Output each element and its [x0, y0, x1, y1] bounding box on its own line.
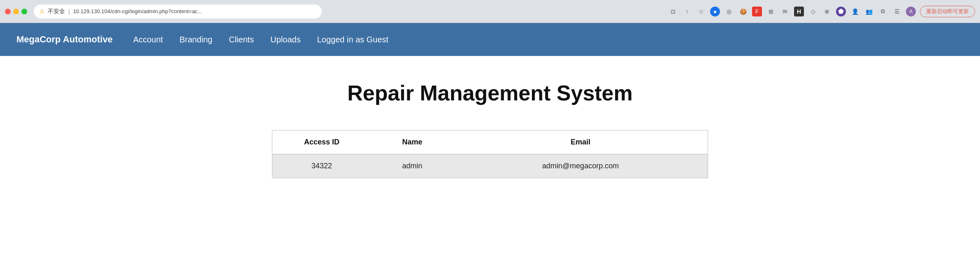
- page-title: Repair Management System: [16, 81, 964, 105]
- col-header-name: Name: [371, 130, 453, 154]
- close-button[interactable]: [5, 9, 11, 14]
- col-header-email: Email: [453, 130, 708, 154]
- url-text: 10.129.130.104/cdn-cgi/login/admin.php?c…: [73, 8, 202, 14]
- security-warning-icon: ⚠: [39, 8, 44, 14]
- extension-icon-11: 👤: [850, 7, 860, 16]
- nav-link-clients[interactable]: Clients: [229, 35, 254, 44]
- cell-access-id: 34322: [272, 154, 371, 178]
- browser-toolbar: ⊡ ↑ ☆ ● ◎ 🍪 F ⊞ ✉ H ◇ ⊕ ⬟ 👤 👥 ⧉ ☰ A 重新启动…: [668, 6, 975, 17]
- extension-icon-13: ⧉: [878, 7, 888, 16]
- nav-item-logged-in: Logged in as Guest: [317, 35, 388, 44]
- main-content: Repair Management System Access ID Name …: [0, 56, 980, 195]
- window-controls: [5, 9, 27, 14]
- profile-avatar[interactable]: A: [906, 7, 916, 16]
- update-button[interactable]: 重新启动即可更新: [920, 6, 975, 17]
- extension-icon-6: ✉: [780, 7, 790, 16]
- nav-item-branding[interactable]: Branding: [179, 35, 212, 44]
- address-bar[interactable]: ⚠ 不安全 | 10.129.130.104/cdn-cgi/login/adm…: [34, 5, 322, 19]
- nav-item-account[interactable]: Account: [133, 35, 163, 44]
- cell-name: admin: [371, 154, 453, 178]
- cast-icon[interactable]: ⊡: [668, 7, 678, 16]
- bookmark-icon[interactable]: ☆: [696, 7, 706, 16]
- browser-chrome: ⚠ 不安全 | 10.129.130.104/cdn-cgi/login/adm…: [0, 0, 980, 23]
- accounts-table: Access ID Name Email 34322 admin admin@m…: [272, 130, 708, 178]
- minimize-button[interactable]: [13, 9, 19, 14]
- nav-links: Account Branding Clients Uploads Logged …: [133, 35, 388, 44]
- extension-icon-14: ☰: [892, 7, 902, 16]
- cell-email: admin@megacorp.com: [453, 154, 708, 178]
- warning-label: 不安全: [48, 8, 65, 15]
- extension-icon-10: ⬟: [836, 7, 846, 16]
- extension-icon-7: H: [794, 7, 804, 16]
- extension-icon-5: ⊞: [766, 7, 776, 16]
- nav-link-logged-in: Logged in as Guest: [317, 35, 388, 44]
- extension-icon-4: F: [752, 7, 762, 16]
- navbar: MegaCorp Automotive Account Branding Cli…: [0, 23, 980, 56]
- nav-link-account[interactable]: Account: [133, 35, 163, 44]
- nav-item-clients[interactable]: Clients: [229, 35, 254, 44]
- nav-link-uploads[interactable]: Uploads: [270, 35, 300, 44]
- share-icon[interactable]: ↑: [682, 7, 692, 16]
- extension-icon-1: ●: [710, 7, 720, 16]
- maximize-button[interactable]: [21, 9, 27, 14]
- nav-item-uploads[interactable]: Uploads: [270, 35, 300, 44]
- extension-icon-3: 🍪: [738, 7, 748, 16]
- brand-name: MegaCorp Automotive: [16, 34, 113, 45]
- extension-icon-8: ◇: [808, 7, 818, 16]
- extension-icon-9: ⊕: [822, 7, 832, 16]
- table-header-row: Access ID Name Email: [272, 130, 708, 154]
- table-row: 34322 admin admin@megacorp.com: [272, 154, 708, 178]
- extension-icon-12: 👥: [864, 7, 874, 16]
- extension-icon-2: ◎: [724, 7, 734, 16]
- col-header-access-id: Access ID: [272, 130, 371, 154]
- nav-link-branding[interactable]: Branding: [179, 35, 212, 44]
- data-table-wrapper: Access ID Name Email 34322 admin admin@m…: [272, 130, 708, 178]
